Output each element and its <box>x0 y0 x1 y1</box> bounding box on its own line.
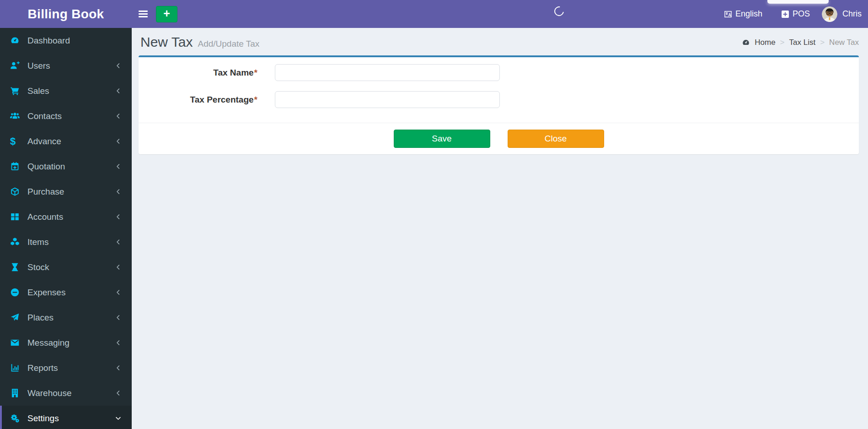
chevron-left-icon <box>115 138 122 145</box>
sidebar-item-advance[interactable]: $ Advance <box>0 129 132 154</box>
plus-square-icon <box>781 10 790 19</box>
form-row: Tax Name* <box>147 64 851 81</box>
dashboard-icon <box>10 36 21 46</box>
users-icon <box>10 111 21 121</box>
chevron-left-icon <box>115 62 122 69</box>
tax-form-panel: Tax Name* Tax Percentage* Save Close <box>139 55 859 154</box>
paper-plane-icon <box>10 313 21 323</box>
sidebar-item-quotation[interactable]: Quotation <box>0 154 132 179</box>
page-title: New Tax <box>140 34 193 50</box>
cube-icon <box>10 187 21 197</box>
sidebar-item-stock[interactable]: Stock <box>0 255 132 280</box>
calendar-plus-icon <box>10 162 21 172</box>
sidebar-item-purchase[interactable]: Purchase <box>0 179 132 204</box>
breadcrumb-home[interactable]: Home <box>755 38 775 47</box>
sidebar-item-accounts[interactable]: Accounts <box>0 204 132 229</box>
chevron-left-icon <box>115 113 122 119</box>
language-icon <box>723 10 733 19</box>
form-body: Tax Name* Tax Percentage* <box>139 57 859 123</box>
sidebar-item-messaging[interactable]: Messaging <box>0 330 132 355</box>
breadcrumb-separator: > <box>780 38 785 47</box>
dollar-icon: $ <box>10 136 21 147</box>
chevron-left-icon <box>115 364 122 371</box>
th-large-icon <box>10 212 21 222</box>
plus-icon: + <box>163 8 170 19</box>
chevron-left-icon <box>115 314 122 321</box>
sidebar-menu: Dashboard Users Sales Contacts $ Advance… <box>0 28 132 429</box>
tax-name-input[interactable] <box>275 64 500 81</box>
top-navbar: Billing Book + English POS <box>0 0 868 28</box>
quick-add-button[interactable]: + <box>156 6 177 22</box>
navbar-main: + English POS <box>132 0 868 28</box>
gears-icon <box>10 413 21 424</box>
form-row: Tax Percentage* <box>147 91 851 108</box>
sidebar-toggle-button[interactable] <box>132 0 155 28</box>
tooltip-artifact <box>767 0 829 4</box>
dashboard-icon <box>742 38 750 47</box>
breadcrumb-tax-list[interactable]: Tax List <box>789 38 816 47</box>
sidebar-item-settings[interactable]: Settings <box>0 406 132 429</box>
user-menu[interactable]: Chris <box>822 6 862 22</box>
chevron-left-icon <box>115 87 122 94</box>
sidebar-item-dashboard[interactable]: Dashboard <box>0 28 132 53</box>
page-subtitle: Add/Update Tax <box>198 39 260 49</box>
chevron-left-icon <box>115 239 122 245</box>
content-header: New Tax Add/Update Tax Home>Tax List>New… <box>132 28 868 55</box>
minus-circle-icon <box>10 288 21 298</box>
chart-bar-icon <box>10 363 21 373</box>
tax-percentage-input[interactable] <box>275 91 500 108</box>
required-asterisk: * <box>254 95 257 104</box>
user-plus-icon <box>10 61 21 71</box>
pos-label: POS <box>793 9 810 19</box>
chevron-left-icon <box>115 188 122 195</box>
breadcrumb-new-tax: New Tax <box>829 38 859 47</box>
navbar-right: English POS <box>723 6 862 22</box>
chevron-left-icon <box>115 339 122 346</box>
app-logo[interactable]: Billing Book <box>0 0 132 28</box>
loading-spinner-icon <box>552 5 566 18</box>
main-content: New Tax Add/Update Tax Home>Tax List>New… <box>132 28 868 429</box>
sidebar-item-warehouse[interactable]: Warehouse <box>0 380 132 406</box>
chevron-left-icon <box>115 213 122 220</box>
hourglass-icon <box>10 262 21 272</box>
building-icon <box>10 388 21 398</box>
avatar <box>822 6 837 22</box>
breadcrumb: Home>Tax List>New Tax <box>742 38 859 47</box>
sidebar-item-sales[interactable]: Sales <box>0 78 132 103</box>
sidebar-item-contacts[interactable]: Contacts <box>0 103 132 129</box>
required-asterisk: * <box>254 68 257 77</box>
hamburger-icon <box>139 11 148 12</box>
cubes-icon <box>10 237 21 247</box>
language-label: English <box>735 9 762 19</box>
form-footer: Save Close <box>139 123 859 154</box>
breadcrumb-separator: > <box>820 38 825 47</box>
sidebar-item-expenses[interactable]: Expenses <box>0 280 132 305</box>
close-button[interactable]: Close <box>508 130 604 148</box>
save-button[interactable]: Save <box>394 130 490 148</box>
user-name: Chris <box>842 9 862 19</box>
sidebar-item-reports[interactable]: Reports <box>0 355 132 380</box>
chevron-left-icon <box>115 390 122 396</box>
pos-button[interactable]: POS <box>781 9 810 19</box>
chevron-left-icon <box>115 289 122 296</box>
sidebar-item-items[interactable]: Items <box>0 229 132 255</box>
chevron-down-icon <box>115 415 122 422</box>
chevron-left-icon <box>115 163 122 170</box>
language-menu[interactable]: English <box>723 9 762 19</box>
cart-icon <box>10 86 21 96</box>
envelope-icon <box>10 338 21 348</box>
sidebar-item-users[interactable]: Users <box>0 53 132 78</box>
sidebar-item-places[interactable]: Places <box>0 305 132 330</box>
chevron-left-icon <box>115 264 122 271</box>
